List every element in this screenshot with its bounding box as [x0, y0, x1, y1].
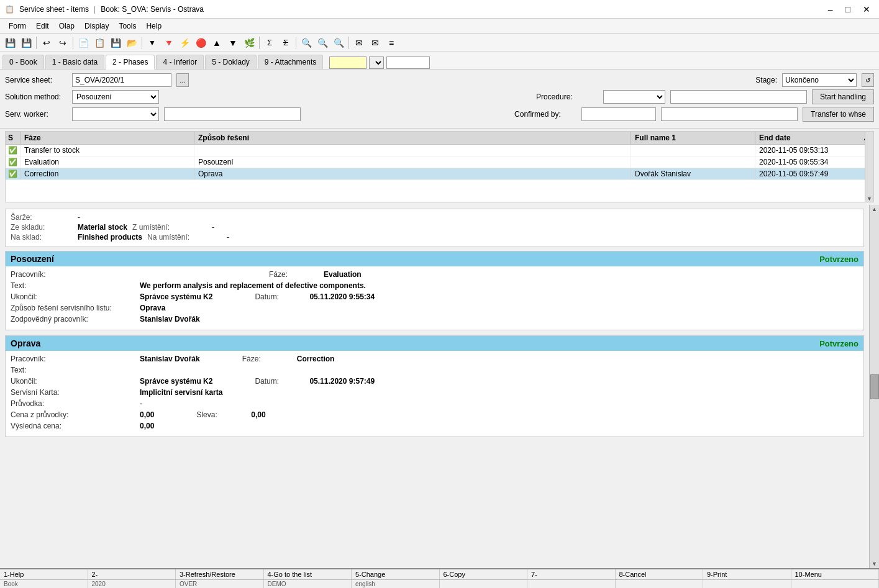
- tab-9-attachments[interactable]: 9 - Attachments: [258, 55, 323, 69]
- tb-filter[interactable]: ▼: [145, 35, 160, 50]
- stage-refresh-btn[interactable]: ↺: [862, 73, 874, 87]
- confirmed-by-input1[interactable]: [581, 107, 656, 121]
- status-9-print[interactable]: 9-Print: [703, 569, 791, 579]
- posouzeni-zpusob-value: Oprava: [140, 304, 165, 312]
- tb-up[interactable]: ▲: [209, 35, 224, 50]
- tab-extra-value[interactable]: [386, 57, 430, 69]
- naumisteni-label: Na umístění:: [147, 233, 222, 242]
- tab-2-phases[interactable]: 2 - Phases: [106, 55, 155, 70]
- menu-display[interactable]: Display: [81, 20, 112, 32]
- solution-method-select[interactable]: Posouzení: [72, 90, 159, 104]
- tb-stop[interactable]: 🔴: [193, 35, 208, 50]
- tb-menu[interactable]: ≡: [384, 35, 399, 50]
- tab-4-inferior[interactable]: 4 - Inferior: [156, 55, 204, 69]
- tb-redo[interactable]: ↪: [55, 35, 70, 50]
- status-2[interactable]: 2-: [88, 569, 176, 579]
- status-sub-9: [703, 580, 791, 588]
- close-button[interactable]: ✕: [859, 4, 874, 14]
- procedure-select[interactable]: [603, 90, 665, 104]
- posouzeni-header: Posouzení Potvrzeno: [6, 251, 863, 266]
- tab-extra-dropdown[interactable]: ▼: [369, 57, 384, 69]
- status-1-help[interactable]: 1-Help: [0, 569, 88, 579]
- tab-1-basic-data[interactable]: 1 - Basic data: [45, 55, 104, 69]
- tb-search2[interactable]: 🔍: [315, 35, 330, 50]
- tb-flash[interactable]: ⚡: [177, 35, 192, 50]
- main-scrollbar[interactable]: ▲ ▼: [869, 205, 879, 568]
- table-row[interactable]: ✅ Evaluation Posouzení 2020-11-05 09:55:…: [6, 156, 873, 168]
- stage-label: Stage:: [755, 76, 777, 84]
- nasklad-value: Finished products: [78, 233, 142, 242]
- naumisteni-value: -: [227, 233, 229, 242]
- status-8-cancel[interactable]: 8-Cancel: [616, 569, 704, 579]
- row3-fullname: Dvořák Stanislav: [631, 168, 755, 179]
- serv-worker-select[interactable]: [72, 107, 159, 121]
- tb-mail1[interactable]: ✉: [352, 35, 367, 50]
- oprava-faze-label: Fáze:: [242, 355, 292, 363]
- minimize-button[interactable]: –: [824, 4, 837, 14]
- tb-search1[interactable]: 🔍: [299, 35, 314, 50]
- app-title: Service sheet - items: [19, 5, 89, 14]
- oprava-servisnikarta-value: Implicitní servisní karta: [140, 388, 222, 397]
- oprava-sleva-label: Sleva:: [196, 410, 246, 419]
- tb-save1[interactable]: 💾: [2, 35, 17, 50]
- confirmed-by-input2[interactable]: [661, 107, 798, 121]
- tb-sumx[interactable]: Σ: [278, 35, 293, 50]
- stage-select[interactable]: Ukončeno: [782, 73, 857, 87]
- status-bar: 1-Help 2- 3-Refresh/Restore 4-Go to the …: [0, 568, 879, 588]
- maximize-button[interactable]: □: [842, 4, 854, 14]
- posouzeni-status: Potvrzeno: [819, 255, 859, 264]
- menu-form[interactable]: Form: [5, 20, 30, 32]
- tb-new[interactable]: 📄: [76, 35, 91, 50]
- oprava-title: Oprava: [11, 338, 40, 348]
- menu-edit[interactable]: Edit: [32, 20, 53, 32]
- tb-save2[interactable]: 💾: [19, 35, 34, 50]
- tb-paste[interactable]: 💾: [108, 35, 123, 50]
- tab-0-book[interactable]: 0 - Book: [2, 55, 44, 69]
- tb-plant[interactable]: 🌿: [242, 35, 257, 50]
- row1-status: ✅: [6, 145, 20, 156]
- status-10-menu[interactable]: 10-Menu: [791, 569, 880, 579]
- service-sheet-input[interactable]: [72, 73, 171, 87]
- oprava-datum-label: Datum:: [255, 377, 304, 386]
- status-5-change[interactable]: 5-Change: [352, 569, 440, 579]
- row3-zpusob: Oprava: [194, 168, 631, 179]
- status-keys-row: 1-Help 2- 3-Refresh/Restore 4-Go to the …: [0, 569, 879, 579]
- status-6-copy[interactable]: 6-Copy: [440, 569, 528, 579]
- grid-header-faze: Fáze: [20, 132, 194, 144]
- status-sub-book: Book: [0, 580, 88, 588]
- tb-sum[interactable]: Σ: [262, 35, 277, 50]
- row3-enddate: 2020-11-05 09:57:49: [755, 168, 873, 179]
- tb-mail2[interactable]: ✉: [368, 35, 383, 50]
- status-4-list[interactable]: 4-Go to the list: [264, 569, 352, 579]
- status-3-refresh[interactable]: 3-Refresh/Restore: [176, 569, 264, 579]
- main-scroll-area: Šarže: - Ze skladu: Material stock Z umí…: [0, 205, 869, 568]
- serv-worker-value[interactable]: [164, 107, 301, 121]
- table-row[interactable]: ✅ Transfer to stock 2020-11-05 09:53:13: [6, 145, 873, 156]
- grid-scrollbar[interactable]: ▼: [865, 132, 873, 202]
- tab-extra-input[interactable]: [329, 57, 367, 69]
- posouzeni-section: Posouzení Potvrzeno Pracovník: Fáze: Eva…: [5, 251, 864, 330]
- status-7[interactable]: 7-: [527, 569, 616, 579]
- title-bar: 📋 Service sheet - items | Book: S_OVA: S…: [0, 0, 879, 19]
- posouzeni-ukoncil-label: Ukončil:: [11, 292, 135, 301]
- start-handling-button[interactable]: Start handling: [812, 89, 874, 104]
- tb-open[interactable]: 📂: [124, 35, 139, 50]
- oprava-header: Oprava Potvrzeno: [6, 336, 863, 351]
- oprava-datum-value: 05.11.2020 9:57:49: [309, 377, 375, 386]
- tb-copy[interactable]: 📋: [92, 35, 107, 50]
- row2-enddate: 2020-11-05 09:55:34: [755, 156, 873, 168]
- tb-search3[interactable]: 🔍: [331, 35, 346, 50]
- tb-filter2[interactable]: 🔻: [161, 35, 176, 50]
- service-sheet-btn[interactable]: …: [176, 73, 189, 87]
- tb-down[interactable]: ▼: [225, 35, 240, 50]
- menu-olap[interactable]: Olap: [55, 20, 78, 32]
- tb-undo[interactable]: ↩: [39, 35, 54, 50]
- procedure-value[interactable]: [670, 90, 807, 104]
- menu-bar: Form Edit Olap Display Tools Help: [0, 19, 879, 34]
- oprava-cena-value: 0,00: [140, 410, 154, 419]
- menu-tools[interactable]: Tools: [115, 20, 140, 32]
- tab-5-doklady[interactable]: 5 - Doklady: [205, 55, 257, 69]
- menu-help[interactable]: Help: [142, 20, 165, 32]
- transfer-to-whse-button[interactable]: Transfer to whse: [803, 107, 874, 122]
- table-row[interactable]: ✅ Correction Oprava Dvořák Stanislav 202…: [6, 168, 873, 180]
